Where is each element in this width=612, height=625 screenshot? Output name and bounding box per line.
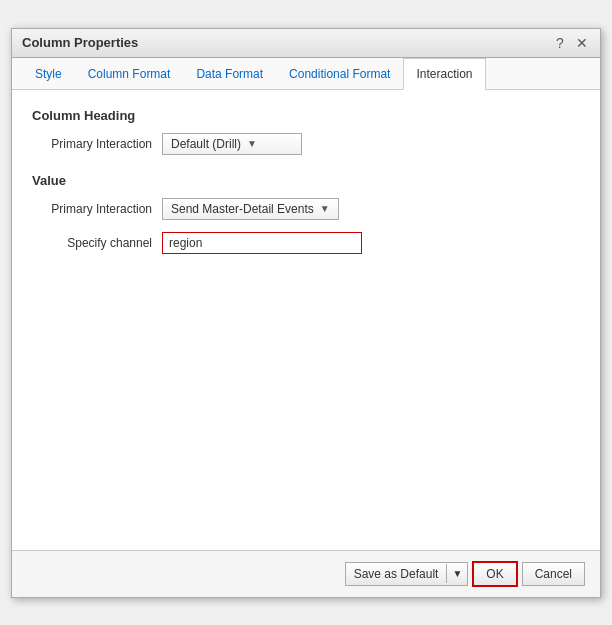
specify-channel-input[interactable] <box>162 232 362 254</box>
dialog-title: Column Properties <box>22 35 138 50</box>
titlebar-icons: ? ✕ <box>552 35 590 51</box>
help-icon[interactable]: ? <box>552 35 568 51</box>
column-heading-primary-interaction-row: Primary Interaction Default (Drill) ▼ <box>32 133 580 155</box>
ok-button[interactable]: OK <box>472 561 517 587</box>
column-properties-dialog: Column Properties ? ✕ Style Column Forma… <box>11 28 601 598</box>
specify-channel-row: Specify channel <box>32 232 580 254</box>
value-primary-interaction-row: Primary Interaction Send Master-Detail E… <box>32 198 580 220</box>
tab-conditional-format[interactable]: Conditional Format <box>276 58 403 90</box>
value-section-title: Value <box>32 173 580 188</box>
save-as-default-label: Save as Default <box>346 563 447 585</box>
save-as-default-arrow: ▼ <box>446 564 467 583</box>
value-primary-interaction-label: Primary Interaction <box>32 202 162 216</box>
tab-data-format[interactable]: Data Format <box>183 58 276 90</box>
column-heading-primary-interaction-dropdown[interactable]: Default (Drill) ▼ <box>162 133 302 155</box>
specify-channel-label: Specify channel <box>32 236 162 250</box>
cancel-button[interactable]: Cancel <box>522 562 585 586</box>
tab-column-format[interactable]: Column Format <box>75 58 184 90</box>
dialog-body: Column Heading Primary Interaction Defau… <box>12 90 600 550</box>
value-primary-interaction-dropdown[interactable]: Send Master-Detail Events ▼ <box>162 198 339 220</box>
tab-style[interactable]: Style <box>22 58 75 90</box>
column-heading-section-title: Column Heading <box>32 108 580 123</box>
tabs-bar: Style Column Format Data Format Conditio… <box>12 58 600 90</box>
column-heading-primary-interaction-label: Primary Interaction <box>32 137 162 151</box>
column-heading-primary-interaction-value: Default (Drill) <box>171 137 241 151</box>
dialog-titlebar: Column Properties ? ✕ <box>12 29 600 58</box>
column-heading-dropdown-arrow: ▼ <box>247 138 257 149</box>
value-dropdown-arrow: ▼ <box>320 203 330 214</box>
close-icon[interactable]: ✕ <box>574 35 590 51</box>
save-as-default-button[interactable]: Save as Default ▼ <box>345 562 469 586</box>
dialog-footer: Save as Default ▼ OK Cancel <box>12 550 600 597</box>
tab-interaction[interactable]: Interaction <box>403 58 485 90</box>
value-primary-interaction-value: Send Master-Detail Events <box>171 202 314 216</box>
